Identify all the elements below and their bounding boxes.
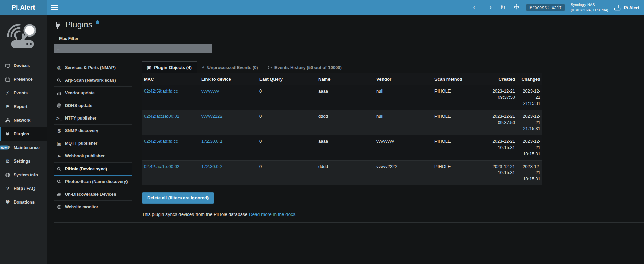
cell-scan-method: PIHOLE — [432, 85, 490, 110]
col-header-scan-method: Scan method — [432, 73, 490, 85]
host-name: Synology-NAS — [571, 2, 608, 8]
plugin-nav-mqtt-publisher[interactable]: ▣ MQTT publisher — [54, 137, 132, 150]
cell-mac: 02:42:ac:1e:00:02 — [142, 110, 199, 135]
plugin-description-text: This plugin syncs devices from the PiHol… — [142, 212, 249, 217]
cell-changed: 2023-12-21 21:15:31 — [517, 85, 542, 110]
col-header-link: Link to device — [199, 73, 257, 85]
back-icon[interactable]: ← — [471, 4, 480, 11]
sidebar-item-plugins[interactable]: Plugins — [0, 127, 47, 141]
sidebar-item-devices[interactable]: Devices — [0, 59, 47, 72]
sidebar-item-presence[interactable]: Presence — [0, 72, 47, 86]
cell-changed: 2023-12-21 21:15:31 — [517, 110, 542, 135]
mac-link[interactable]: 02:42:ac:1e:00:02 — [144, 164, 179, 169]
snmp-icon: S — [56, 128, 62, 133]
move-icon[interactable] — [512, 4, 521, 11]
globe-icon — [5, 172, 11, 178]
plugin-nav-label: SNMP discovery — [65, 128, 98, 133]
tab-unprocessed-events[interactable]: ⚡ Unprocessed Events (0) — [197, 62, 263, 73]
hamburger-menu-icon[interactable] — [51, 2, 58, 13]
bolt-icon: ⚡ — [5, 91, 11, 95]
plugin-nav-arp-scan[interactable]: Arp-Scan (Network scan) — [54, 74, 132, 87]
plugin-nav-vendor-update[interactable]: Vendor update — [54, 87, 132, 99]
plugin-nav-webhook-publisher[interactable]: ➤ Webhook publisher — [54, 150, 132, 163]
search-icon — [56, 179, 62, 184]
device-link[interactable]: vvvvv2222 — [201, 114, 222, 119]
cell-vendor: vvvvvvvv — [374, 135, 432, 160]
plug-icon — [5, 131, 11, 137]
plugin-nav-label: DDNS update — [65, 103, 92, 108]
heart-icon: ♥ — [5, 200, 11, 205]
tab-events-history[interactable]: Events History (50 out of 10000) — [263, 62, 347, 73]
sidebar-item-help-faq[interactable]: ? Help / FAQ — [0, 182, 47, 195]
mac-link[interactable]: 02:42:59:ad:fd:cc — [144, 88, 178, 94]
mac-link[interactable]: 02:42:59:ad:fd:cc — [144, 139, 178, 144]
sidebar-item-label: Donations — [14, 200, 35, 205]
cell-last-query: 0 — [257, 161, 316, 185]
col-header-changed: Changed — [517, 73, 542, 85]
mac-link[interactable]: 02:42:ac:1e:00:02 — [144, 114, 179, 119]
cell-scan-method: PIHOLE — [432, 161, 490, 185]
col-header-vendor: Vendor — [374, 73, 432, 85]
app-logo[interactable]: Pi.Alert — [0, 0, 47, 15]
plugin-nav-label: Arp-Scan (Network scan) — [65, 78, 116, 83]
sidebar-item-donations[interactable]: ♥ Donations — [0, 195, 47, 209]
mac-filter-input[interactable] — [54, 44, 212, 53]
cell-created: 2023-12-21 09:37:50 — [490, 110, 517, 135]
plugin-nav-label: Services & Ports (NMAP) — [65, 65, 116, 70]
sidebar-item-network[interactable]: Network — [0, 113, 47, 127]
sidebar-item-report[interactable]: ⚑ Report — [0, 100, 47, 113]
col-header-name: Name — [316, 73, 374, 85]
binoculars-icon — [56, 192, 62, 197]
cell-scan-method: PIHOLE — [432, 135, 490, 160]
cell-changed: 2023-12-21 10:15:31 — [517, 161, 542, 185]
plugin-panel: ▣ Plugin Objects (4) ⚡ Unprocessed Event… — [142, 61, 542, 217]
docs-link[interactable]: Read more in the docs. — [249, 212, 297, 217]
forward-icon[interactable]: → — [485, 4, 493, 11]
plugin-nav-pholus-scan[interactable]: Pholus-Scan (Name discovery) — [54, 176, 132, 188]
cell-name: aaaa — [316, 85, 374, 110]
cell-mac: 02:42:59:ad:fd:cc — [142, 85, 199, 110]
plugin-nav-pihole[interactable]: PiHole (Device sync) — [54, 163, 132, 176]
plugins-info-badge[interactable] — [96, 20, 99, 24]
sidebar-item-label: Settings — [14, 159, 30, 164]
plugin-nav-ddns-update[interactable]: DDNS update — [54, 99, 132, 112]
cell-link-to-device: vvvvv2222 — [199, 110, 257, 135]
plugin-nav-undiscoverable-devices[interactable]: Un-Discoverable Devices — [54, 188, 132, 201]
sidebar-item-maintenance[interactable]: NEW ⚒ Maintenance — [0, 141, 47, 154]
col-header-mac: MAC — [142, 73, 199, 85]
plugin-nav-website-monitor[interactable]: Website monitor — [54, 201, 132, 213]
device-link[interactable]: vvvvvvvv — [201, 88, 219, 94]
sidebar-item-label: Help / FAQ — [14, 186, 35, 191]
pialert-logo-image — [0, 15, 47, 59]
device-link[interactable]: 172.30.0.1 — [201, 139, 222, 144]
host-info: Synology-NAS (01/01/2024, 11:31:04) — [571, 2, 608, 13]
table-header: MAC Link to device Last Query Name Vendo… — [142, 73, 542, 85]
sidebar-item-label: System info — [14, 172, 38, 177]
cell-changed: 2023-12-21 10:15:31 — [517, 135, 542, 160]
sidebar-item-events[interactable]: ⚡ Events — [0, 86, 47, 100]
flag-icon: ⚑ — [5, 104, 11, 109]
cell-created: 2023-12-21 10:15:31 — [490, 161, 517, 185]
col-header-created: Created — [490, 73, 517, 85]
plugin-nav: ◎ Services & Ports (NMAP) Arp-Scan (Netw… — [54, 61, 132, 217]
cell-vendor: null — [374, 110, 432, 135]
cell-created: 2023-12-21 09:37:50 — [490, 85, 517, 110]
sidebar-item-system-info[interactable]: System info — [0, 168, 47, 182]
refresh-icon[interactable]: ↻ — [499, 4, 507, 11]
table-row: 02:42:ac:1e:00:02 vvvvv2222 0 dddd null … — [142, 110, 542, 136]
delete-all-button[interactable]: Delete all (filters are ignored) — [142, 192, 214, 204]
cell-last-query: 0 — [257, 135, 316, 160]
sidebar-item-settings[interactable]: ⚙ Settings — [0, 154, 47, 168]
tab-plugin-objects[interactable]: ▣ Plugin Objects (4) — [142, 61, 197, 73]
tab-label: Plugin Objects (4) — [154, 65, 192, 70]
plugin-nav-label: Website monitor — [65, 205, 98, 209]
plugin-nav-snmp-discovery[interactable]: S SNMP discovery — [54, 125, 132, 137]
device-link[interactable]: 172.30.0.2 — [201, 164, 222, 169]
plugin-objects-table: MAC Link to device Last Query Name Vendo… — [142, 73, 542, 185]
plugin-nav-label: Vendor update — [65, 91, 95, 95]
plugin-nav-services-ports[interactable]: ◎ Services & Ports (NMAP) — [54, 61, 132, 74]
plugin-nav-ntfy-publisher[interactable]: >_ NTFY publisher — [54, 112, 132, 125]
device-icon — [614, 4, 621, 11]
tab-label: Events History (50 out of 10000) — [274, 65, 342, 70]
topbar-brand-right: Pi.Alert — [614, 4, 639, 11]
